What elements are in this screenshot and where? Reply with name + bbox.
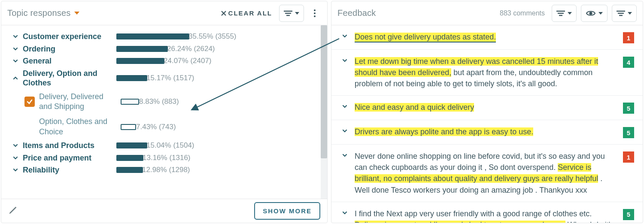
clear-all-button[interactable]: CLEAR ALL bbox=[221, 9, 272, 17]
topics-footer: SHOW MORE bbox=[1, 199, 327, 223]
score-badge: 5 bbox=[623, 209, 634, 220]
sort-icon bbox=[617, 10, 625, 16]
caret-down-icon bbox=[295, 12, 299, 15]
sort-button-right[interactable] bbox=[612, 5, 637, 22]
subtopic-row[interactable]: Delivery, Delivered and Shipping8.83% (8… bbox=[12, 89, 313, 115]
feedback-item[interactable]: Does not give delivery updates as stated… bbox=[331, 25, 643, 50]
score-badge: 4 bbox=[623, 57, 634, 68]
topic-list: Customer experience35.55% (3555)Ordering… bbox=[1, 25, 321, 199]
caret-down-icon bbox=[568, 12, 572, 15]
feedback-title: Feedback bbox=[337, 8, 376, 18]
filter-button[interactable] bbox=[552, 5, 577, 22]
feedback-text: Drivers are always polite and the app is… bbox=[355, 126, 617, 137]
feedback-item[interactable]: Drivers are always polite and the app is… bbox=[331, 120, 643, 145]
topic-row[interactable]: Delivery, Option and Clothes15.17% (1517… bbox=[12, 67, 313, 89]
chevron-down-icon[interactable] bbox=[12, 46, 19, 52]
chevron-down-icon[interactable] bbox=[342, 152, 349, 160]
topic-row[interactable]: Price and payment13.16% (1316) bbox=[12, 152, 313, 164]
topic-bar: 26.24% (2624) bbox=[116, 46, 198, 52]
topic-label: Ordering bbox=[23, 44, 113, 54]
sort-icon bbox=[284, 10, 292, 16]
clear-all-label: CLEAR ALL bbox=[228, 9, 272, 17]
sort-button[interactable] bbox=[279, 5, 304, 22]
topic-stats: 24.07% (2407) bbox=[164, 57, 212, 65]
edit-button[interactable] bbox=[8, 206, 18, 217]
topic-stats: 15.04% (1504) bbox=[146, 141, 194, 150]
topic-bar: 12.98% (1298) bbox=[116, 167, 198, 173]
topic-stats: 13.16% (1316) bbox=[143, 154, 191, 162]
topic-row[interactable]: General24.07% (2407) bbox=[12, 55, 313, 67]
subtopic-label: Delivery, Delivered and Shipping bbox=[39, 92, 116, 112]
topic-stats: 12.98% (1298) bbox=[142, 166, 190, 174]
chevron-down-icon[interactable] bbox=[12, 155, 19, 161]
score-badge: 1 bbox=[623, 32, 634, 43]
chevron-down-icon[interactable] bbox=[12, 167, 19, 173]
topic-bar: 24.07% (2407) bbox=[116, 58, 198, 64]
chevron-up-icon[interactable] bbox=[12, 75, 19, 81]
scrollbar[interactable] bbox=[321, 25, 327, 199]
subtopic-bar: 7.43% (743) bbox=[121, 124, 185, 130]
scroll-thumb[interactable] bbox=[321, 25, 327, 158]
feedback-header: Feedback 883 comments bbox=[331, 1, 643, 25]
topic-bar: 15.04% (1504) bbox=[116, 142, 198, 148]
topic-stats: 35.55% (3555) bbox=[188, 32, 237, 41]
feedback-text: I find the Next app very user friendly w… bbox=[355, 208, 617, 223]
score-badge: 1 bbox=[623, 151, 634, 163]
caret-down-icon bbox=[628, 12, 632, 15]
show-more-button[interactable]: SHOW MORE bbox=[254, 202, 320, 220]
topic-label: Delivery, Option and Clothes bbox=[23, 69, 113, 88]
chevron-down-icon[interactable] bbox=[12, 142, 19, 148]
feedback-item[interactable]: Never done online shopping on line befor… bbox=[331, 145, 643, 202]
x-icon bbox=[221, 10, 227, 16]
chevron-down-icon[interactable] bbox=[12, 58, 19, 64]
svg-point-3 bbox=[314, 9, 316, 11]
topics-title-text: Topic responses bbox=[7, 8, 71, 18]
topics-title[interactable]: Topic responses bbox=[7, 8, 79, 18]
topic-label: Reliability bbox=[23, 165, 113, 175]
feedback-text: Does not give delivery updates as stated… bbox=[355, 31, 617, 42]
topic-row[interactable]: Items and Products15.04% (1504) bbox=[12, 139, 313, 152]
feedback-text: Nice and easy and a quick delivery bbox=[355, 102, 617, 113]
topic-label: Items and Products bbox=[23, 141, 113, 151]
topic-bar: 15.17% (1517) bbox=[116, 75, 198, 81]
subtopic-bar: 8.83% (883) bbox=[121, 99, 185, 105]
feedback-text: Never done online shopping on line befor… bbox=[355, 151, 617, 195]
visibility-button[interactable] bbox=[581, 5, 608, 22]
subtopic-row[interactable]: Option, Clothes and Choice7.43% (743) bbox=[12, 114, 313, 139]
subtopic-label: Option, Clothes and Choice bbox=[39, 117, 116, 137]
checkbox[interactable] bbox=[24, 122, 35, 132]
chevron-down-icon[interactable] bbox=[342, 103, 349, 111]
more-menu-button[interactable] bbox=[308, 5, 321, 22]
feedback-item[interactable]: Let me down big time when a delivery was… bbox=[331, 50, 643, 96]
feedback-item[interactable]: I find the Next app very user friendly w… bbox=[331, 202, 643, 223]
feedback-item[interactable]: Nice and easy and a quick delivery5 bbox=[331, 96, 643, 120]
topic-label: Price and payment bbox=[23, 153, 113, 163]
topic-bar: 35.55% (3555) bbox=[116, 33, 198, 39]
feedback-panel: Feedback 883 comments bbox=[331, 1, 643, 223]
topic-row[interactable]: Ordering26.24% (2624) bbox=[12, 43, 313, 55]
caret-down-icon bbox=[598, 12, 603, 15]
topic-row[interactable]: Reliability12.98% (1298) bbox=[12, 164, 313, 176]
topic-bar: 13.16% (1316) bbox=[116, 155, 198, 161]
svg-point-4 bbox=[314, 12, 316, 14]
eye-icon bbox=[586, 10, 596, 16]
chevron-down-icon[interactable] bbox=[12, 33, 19, 39]
topic-label: Customer experience bbox=[23, 32, 113, 42]
svg-point-9 bbox=[589, 12, 592, 15]
chevron-down-icon[interactable] bbox=[342, 33, 349, 41]
caret-down-icon bbox=[74, 12, 79, 15]
topic-label: General bbox=[23, 56, 113, 66]
filter-icon bbox=[556, 10, 565, 16]
pencil-icon bbox=[8, 206, 18, 215]
subtopic-stats: 7.43% (743) bbox=[136, 123, 176, 131]
chevron-down-icon[interactable] bbox=[342, 58, 349, 65]
checkbox[interactable] bbox=[24, 97, 35, 107]
topic-stats: 26.24% (2624) bbox=[167, 45, 215, 53]
topics-header: Topic responses CLEAR ALL bbox=[1, 1, 327, 25]
topic-stats: 15.17% (1517) bbox=[146, 74, 194, 82]
chevron-down-icon[interactable] bbox=[342, 128, 349, 136]
chevron-down-icon[interactable] bbox=[342, 210, 349, 218]
topic-row[interactable]: Customer experience35.55% (3555) bbox=[12, 30, 313, 43]
feedback-list: Does not give delivery updates as stated… bbox=[331, 25, 643, 223]
svg-point-5 bbox=[314, 15, 316, 17]
